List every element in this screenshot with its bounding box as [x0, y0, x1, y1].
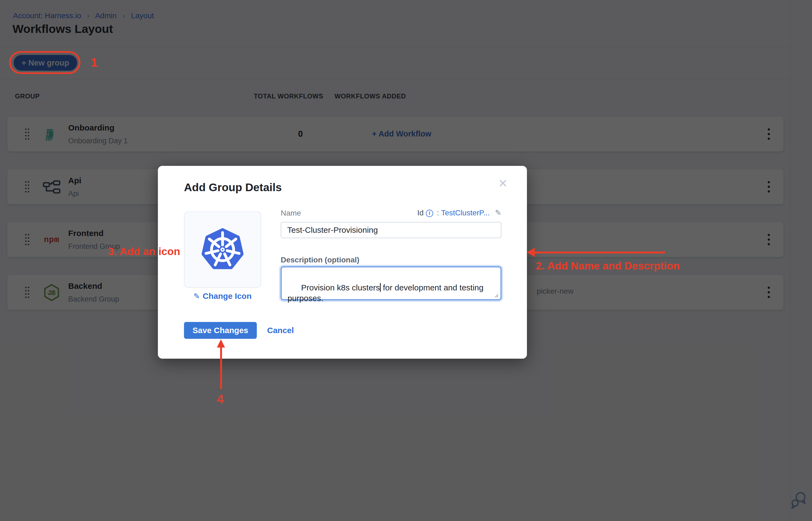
id-label: Id	[417, 208, 423, 217]
save-changes-button[interactable]: Save Changes	[184, 322, 257, 339]
pencil-icon: ✎	[193, 292, 200, 300]
annotation-step-1: 1	[91, 55, 98, 70]
annotation-arrow-up-head	[217, 339, 225, 347]
workflows-layout-screen: Account: Harness.io › Admin › Layout Wor…	[0, 0, 812, 521]
annotation-arrow-left-head	[527, 248, 535, 257]
change-icon-link[interactable]: ✎Change Icon	[184, 292, 261, 301]
close-icon[interactable]: ✕	[498, 178, 508, 189]
entity-id-row: Idi :TestClusterP... ✎	[281, 208, 501, 217]
annotation-step-2: 2. Add Name and Descrption	[536, 260, 680, 272]
description-textarea[interactable]: Provision k8s clusters for development a…	[281, 267, 501, 300]
kubernetes-icon	[198, 226, 247, 273]
resize-grip-icon[interactable]	[494, 293, 498, 297]
info-icon[interactable]: i	[426, 210, 433, 217]
description-label: Description (optional)	[281, 256, 359, 264]
cancel-button[interactable]: Cancel	[267, 326, 294, 335]
modal-title: Add Group Details	[184, 181, 282, 194]
annotation-step-4: 4	[217, 392, 224, 406]
annotation-highlight-ring	[9, 51, 80, 74]
group-name-input[interactable]	[281, 222, 501, 238]
edit-id-pencil-icon[interactable]: ✎	[495, 208, 501, 217]
id-value-link[interactable]: TestClusterP...	[441, 208, 489, 217]
group-icon-preview[interactable]	[184, 211, 261, 288]
annotation-arrow-left	[534, 251, 665, 253]
add-group-details-modal: Add Group Details ✕ ✎Change I	[158, 166, 527, 359]
annotation-step-3: 3. Add an icon	[108, 246, 180, 257]
chat-bubbles-icon[interactable]	[790, 491, 807, 510]
annotation-arrow-up	[220, 347, 222, 389]
